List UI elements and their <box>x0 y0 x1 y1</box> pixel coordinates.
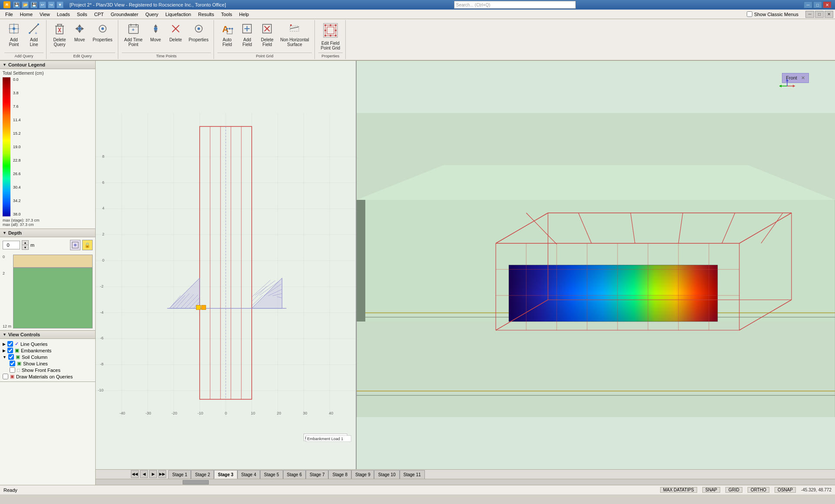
properties-query-button[interactable]: Properties <box>90 21 115 44</box>
add-line-button[interactable]: + AddLine <box>24 21 43 49</box>
ribbon-restore-button[interactable]: □ <box>815 11 824 18</box>
properties-time-button[interactable]: Properties <box>186 21 211 44</box>
vc-line-queries-checkbox[interactable] <box>7 341 13 347</box>
horizontal-scrollbar[interactable] <box>96 479 835 485</box>
tab-stage2[interactable]: Stage 2 <box>191 470 214 479</box>
plan-view[interactable]: Embankment Load 1 8 6 4 2 0 -2 -4 -6 -8 … <box>96 61 357 469</box>
vc-expand-soil-column[interactable]: ▼ <box>3 355 7 359</box>
nav-last-button[interactable]: ▶▶ <box>158 470 166 478</box>
perspective-view[interactable]: Front ✕ <box>357 61 835 469</box>
arrow-icon[interactable]: ▼ <box>57 1 63 8</box>
vc-show-lines-checkbox[interactable] <box>10 361 15 366</box>
restore-button[interactable]: □ <box>813 1 822 8</box>
depth-header[interactable]: ▼ Depth <box>0 229 95 237</box>
menu-liquefaction[interactable]: Liquefaction <box>162 10 194 19</box>
vc-soil-column-checkbox[interactable] <box>8 354 14 360</box>
move-time-button[interactable]: Move <box>146 21 165 44</box>
edit-field-point-grid-button[interactable]: Edit FieldPoint Grid <box>318 21 343 52</box>
menu-file[interactable]: File <box>2 10 17 19</box>
menu-tools[interactable]: Tools <box>217 10 236 19</box>
vc-draw-materials[interactable]: ▣ Draw Materials on Queries <box>3 373 93 380</box>
front-close-icon[interactable]: ✕ <box>801 75 805 80</box>
depth-down-button[interactable]: ▼ <box>22 245 28 249</box>
show-classic-checkbox[interactable] <box>747 11 752 17</box>
delete-query-button[interactable]: DeleteQuery <box>50 21 69 49</box>
vc-show-lines[interactable]: ▣ Show Lines <box>3 360 93 367</box>
save2-icon[interactable]: 💾 <box>30 1 37 8</box>
menu-home[interactable]: Home <box>17 10 36 19</box>
tab-stage1[interactable]: Stage 1 <box>168 470 191 479</box>
svg-point-54 <box>324 30 326 31</box>
depth-view-icon[interactable] <box>70 240 80 250</box>
tab-stage10[interactable]: Stage 10 <box>374 470 399 479</box>
soil-layer-top <box>13 255 93 268</box>
vc-show-front-faces[interactable]: □ Show Front Faces <box>3 367 93 373</box>
tab-stage8[interactable]: Stage 8 <box>328 470 351 479</box>
tab-stage3[interactable]: Stage 3 <box>214 470 237 479</box>
move-query-button[interactable]: Move <box>70 21 89 44</box>
vc-embankments[interactable]: ▶ ▣ Embankments <box>3 347 93 354</box>
ribbon-time-points-buttons: + Add TimePoint Move <box>122 21 211 53</box>
add-field-label: AddField <box>243 37 252 47</box>
vc-embankments-checkbox[interactable] <box>7 348 13 353</box>
delete-field-button[interactable]: DeleteField <box>257 21 277 49</box>
close-button[interactable]: ✕ <box>823 1 832 8</box>
menu-view[interactable]: View <box>36 10 53 19</box>
vc-line-queries[interactable]: ▶ ✓ Line Queries <box>3 341 93 347</box>
depth-lock-icon[interactable]: 🔒 <box>82 240 93 250</box>
view-controls-header[interactable]: ▼ View Controls <box>0 331 95 339</box>
add-point-button[interactable]: AddPoint <box>4 21 23 49</box>
nav-first-button[interactable]: ◀◀ <box>131 470 139 478</box>
depth-up-button[interactable]: ▲ <box>22 241 28 245</box>
status-grid[interactable]: GRID <box>725 487 742 493</box>
vc-show-front-faces-checkbox[interactable] <box>10 367 15 373</box>
ribbon-minimize-button[interactable]: ─ <box>805 11 814 18</box>
vc-draw-materials-checkbox[interactable] <box>3 374 8 379</box>
svg-point-52 <box>330 24 331 26</box>
menu-loads[interactable]: Loads <box>53 10 73 19</box>
menu-soils[interactable]: Soils <box>73 10 91 19</box>
status-osnap[interactable]: OSNAP <box>775 487 796 493</box>
vc-expand-embankments[interactable]: ▶ <box>3 348 6 353</box>
tab-stage5[interactable]: Stage 5 <box>260 470 283 479</box>
menu-query[interactable]: Query <box>142 10 162 19</box>
menu-cpt[interactable]: CPT <box>91 10 107 19</box>
tab-stage7[interactable]: Stage 7 <box>306 470 328 479</box>
add-time-point-button[interactable]: + Add TimePoint <box>122 21 145 49</box>
ribbon-close-button[interactable]: ✕ <box>825 11 833 18</box>
svg-rect-143 <box>509 265 718 322</box>
nav-prev-button[interactable]: ◀ <box>140 470 148 478</box>
open-icon[interactable]: 📂 <box>22 1 29 8</box>
depth-input[interactable] <box>3 241 20 249</box>
redo-icon[interactable]: ↪ <box>48 1 55 8</box>
add-field-button[interactable]: AddField <box>237 21 257 49</box>
undo-icon[interactable]: ↩ <box>39 1 46 8</box>
contour-legend-section: ▼ Contour Legend Total Settlement (cm) 0… <box>0 61 95 229</box>
save-icon[interactable]: 💾 <box>13 1 20 8</box>
vc-soil-column[interactable]: ▼ ▣ Soil Column <box>3 354 93 360</box>
status-ortho[interactable]: ORTHO <box>748 487 769 493</box>
contour-legend-header[interactable]: ▼ Contour Legend <box>0 61 95 69</box>
tab-stage11[interactable]: Stage 11 <box>400 470 425 479</box>
contour-val-6: 22.8 <box>13 158 21 162</box>
main-content: ▼ Contour Legend Total Settlement (cm) 0… <box>0 61 835 485</box>
tab-stage9[interactable]: Stage 9 <box>351 470 374 479</box>
menu-results[interactable]: Results <box>194 10 217 19</box>
scrollbar-thumb[interactable] <box>183 480 209 484</box>
show-classic-menus[interactable]: Show Classic Menus <box>743 11 802 17</box>
ribbon-properties-buttons: Edit FieldPoint Grid <box>318 21 343 53</box>
non-horizontal-button[interactable]: Non HorizontalSurface <box>277 21 311 49</box>
status-snap[interactable]: SNAP <box>702 487 720 493</box>
delete-time-button[interactable]: Delete <box>166 21 185 44</box>
search-box[interactable]: Search... (Ctrl+Q) <box>454 1 576 9</box>
nav-next-button[interactable]: ▶ <box>149 470 157 478</box>
tab-stage6[interactable]: Stage 6 <box>283 470 306 479</box>
view-controls-section: ▼ View Controls ▶ ✓ Line Queries ▶ ▣ Emb… <box>0 331 95 382</box>
auto-field-button[interactable]: A AutoField <box>217 21 237 49</box>
menu-groundwater[interactable]: Groundwater <box>107 10 142 19</box>
menu-help[interactable]: Help <box>236 10 253 19</box>
vc-expand-line-queries[interactable]: ▶ <box>3 342 6 346</box>
minimize-button[interactable]: ─ <box>804 1 812 8</box>
status-max-datatips[interactable]: MAX DATATIPS <box>660 487 697 493</box>
tab-stage4[interactable]: Stage 4 <box>237 470 260 479</box>
